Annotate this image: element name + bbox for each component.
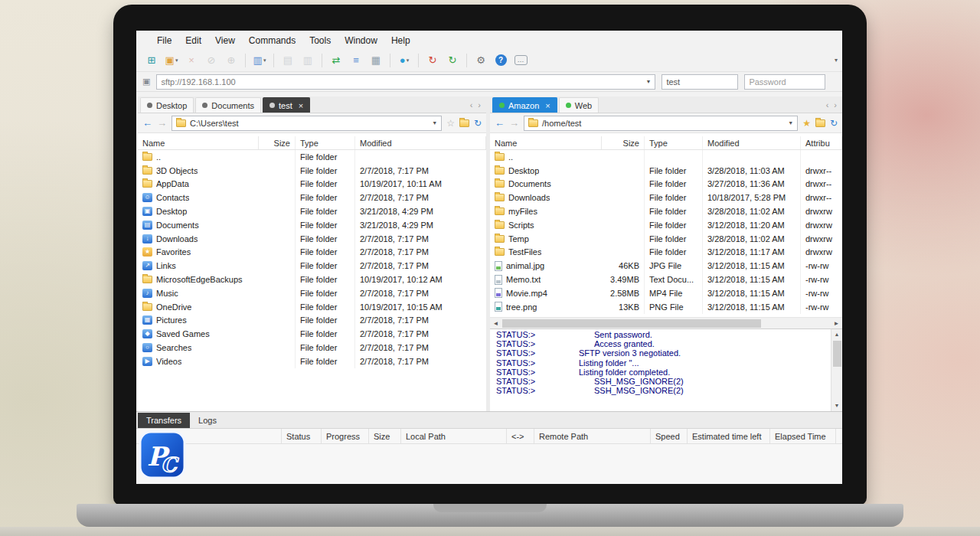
help-button[interactable]: ? bbox=[492, 52, 510, 69]
file-row[interactable]: animal.jpg46KBJPG File3/12/2018, 11:15 A… bbox=[490, 259, 842, 273]
menu-tools[interactable]: Tools bbox=[302, 34, 338, 47]
back-icon[interactable]: ← bbox=[495, 118, 505, 128]
parent-folder-icon[interactable] bbox=[459, 119, 469, 127]
file-row[interactable]: OneDriveFile folder10/19/2017, 10:15 AM bbox=[138, 300, 486, 314]
scrollbar-thumb[interactable] bbox=[502, 319, 761, 328]
file-row[interactable]: ○SearchesFile folder2/7/2018, 7:17 PM bbox=[138, 341, 486, 355]
file-row[interactable]: tree.png13KBPNG File3/12/2018, 11:15 AM-… bbox=[490, 300, 842, 314]
favorites-star-icon[interactable]: ★ bbox=[802, 119, 811, 128]
column-header-attribu[interactable]: Attribu bbox=[801, 136, 842, 149]
remote-path-combo[interactable]: /home/test ▼ bbox=[524, 116, 798, 131]
scroll-down-icon[interactable]: ▼ bbox=[835, 400, 840, 411]
file-row[interactable]: MicrosoftEdgeBackupsFile folder10/19/201… bbox=[138, 273, 486, 286]
file-row[interactable]: ☺ContactsFile folder2/7/2018, 7:17 PM bbox=[138, 191, 486, 204]
parent-folder-icon[interactable] bbox=[815, 119, 825, 127]
refresh-icon[interactable]: ↻ bbox=[474, 119, 482, 128]
local-path-combo[interactable]: C:\Users\test ▼ bbox=[172, 116, 442, 131]
forward-icon[interactable]: → bbox=[157, 118, 167, 128]
column-header-modified[interactable]: Modified bbox=[355, 136, 486, 149]
file-row[interactable]: Movie.mp42.58MBMP4 File3/12/2018, 11:15 … bbox=[490, 286, 842, 300]
menu-window[interactable]: Window bbox=[338, 34, 384, 47]
column-header-size[interactable]: Size bbox=[259, 136, 296, 149]
menu-help[interactable]: Help bbox=[384, 34, 417, 47]
tab-scroll-left-icon[interactable]: ‹ bbox=[470, 100, 473, 109]
open-connection-button[interactable]: ▣ bbox=[162, 52, 181, 69]
tab-scroll-right-icon[interactable]: › bbox=[478, 100, 481, 109]
favorites-star-icon[interactable]: ☆ bbox=[446, 119, 455, 128]
dropdown-caret-icon[interactable]: ▼ bbox=[788, 120, 793, 126]
disconnect-button[interactable]: × bbox=[182, 52, 201, 69]
sync-green-button[interactable]: ↻ bbox=[443, 52, 462, 69]
file-row[interactable]: TestFilesFile folder3/12/2018, 11:17 AMd… bbox=[490, 246, 842, 260]
close-tab-icon[interactable]: × bbox=[545, 101, 550, 110]
column-header-type[interactable]: Type bbox=[645, 136, 703, 149]
column-header-type[interactable]: Type bbox=[296, 136, 355, 149]
tab-transfers[interactable]: Transfers bbox=[138, 413, 190, 428]
tab-logs[interactable]: Logs bbox=[190, 413, 225, 428]
tab-web[interactable]: Web bbox=[559, 97, 599, 113]
clipboard-button[interactable]: ▦ bbox=[367, 52, 385, 69]
username-input[interactable] bbox=[662, 74, 738, 90]
password-input[interactable] bbox=[744, 74, 825, 90]
scroll-left-icon[interactable]: ◄ bbox=[490, 320, 501, 327]
sync-red-button[interactable]: ↻ bbox=[423, 52, 442, 69]
column-header-modified[interactable]: Modified bbox=[703, 136, 801, 149]
file-row[interactable]: ↓DownloadsFile folder2/7/2018, 7:17 PM bbox=[138, 232, 486, 246]
menu-view[interactable]: View bbox=[208, 34, 242, 47]
remote-browser-button[interactable]: ▥ bbox=[250, 52, 269, 69]
web-globe-button[interactable]: ● bbox=[395, 52, 413, 69]
feedback-button[interactable]: … bbox=[511, 52, 530, 69]
menu-edit[interactable]: Edit bbox=[178, 34, 208, 47]
file-row[interactable]: ↗LinksFile folder2/7/2018, 7:17 PM bbox=[138, 259, 486, 273]
menu-commands[interactable]: Commands bbox=[242, 34, 302, 47]
transfer-button[interactable]: ⇄ bbox=[327, 52, 345, 69]
tab-test[interactable]: test× bbox=[263, 97, 310, 113]
file-row[interactable]: TempFile folder3/28/2018, 11:02 AMdrwxrw bbox=[490, 232, 842, 246]
file-row[interactable]: ..File folder bbox=[138, 150, 486, 164]
scrollbar-thumb[interactable] bbox=[833, 341, 841, 367]
file-row[interactable]: DesktopFile folder3/28/2018, 11:03 AMdrw… bbox=[490, 164, 842, 178]
refresh-icon[interactable]: ↻ bbox=[830, 119, 838, 128]
forward-icon[interactable]: → bbox=[509, 118, 519, 128]
file-row[interactable]: Memo.txt3.49MBText Docu...3/12/2018, 11:… bbox=[490, 273, 842, 286]
settings-gear-button[interactable]: ⚙ bbox=[472, 52, 490, 69]
new-session-button[interactable]: ⊞ bbox=[142, 52, 161, 69]
column-header-name[interactable]: Name bbox=[138, 136, 259, 149]
file-row[interactable]: ♪MusicFile folder2/7/2018, 7:17 PM bbox=[138, 286, 486, 300]
paste-button[interactable]: ▥ bbox=[299, 52, 317, 69]
file-row[interactable]: DocumentsFile folder3/27/2018, 11:36 AMd… bbox=[490, 178, 842, 191]
file-row[interactable]: ▤DocumentsFile folder3/21/2018, 4:29 PM bbox=[138, 218, 486, 232]
tab-amazon[interactable]: Amazon× bbox=[492, 97, 557, 113]
menu-file[interactable]: File bbox=[150, 34, 178, 47]
tab-desktop[interactable]: Desktop bbox=[140, 97, 194, 113]
file-row[interactable]: ▦PicturesFile folder2/7/2018, 7:17 PM bbox=[138, 314, 486, 328]
file-row[interactable]: .. bbox=[490, 150, 842, 164]
file-row[interactable]: 3D ObjectsFile folder2/7/2018, 7:17 PM bbox=[138, 164, 486, 178]
file-row[interactable]: AppDataFile folder10/19/2017, 10:11 AM bbox=[138, 178, 486, 191]
tab-scroll-right-icon[interactable]: › bbox=[834, 100, 837, 109]
abort-button[interactable]: ⊘ bbox=[202, 52, 220, 69]
host-address-combo[interactable]: sftp://192.168.1.100 ▼ bbox=[156, 74, 655, 90]
tab-documents[interactable]: Documents bbox=[195, 97, 261, 113]
file-row[interactable]: ◆Saved GamesFile folder2/7/2018, 7:17 PM bbox=[138, 327, 486, 341]
scroll-right-icon[interactable]: ► bbox=[831, 320, 842, 327]
file-row[interactable]: DownloadsFile folder10/18/2017, 5:28 PMd… bbox=[490, 191, 842, 204]
close-tab-icon[interactable]: × bbox=[299, 101, 303, 110]
column-header-name[interactable]: Name bbox=[490, 136, 602, 149]
horizontal-scrollbar[interactable]: ◄ ► bbox=[490, 317, 842, 328]
tab-scroll-left-icon[interactable]: ‹ bbox=[826, 100, 829, 109]
dropdown-caret-icon[interactable]: ▼ bbox=[645, 79, 651, 84]
back-icon[interactable]: ← bbox=[142, 118, 152, 128]
column-header-size[interactable]: Size bbox=[602, 136, 645, 149]
file-row[interactable]: myFilesFile folder3/28/2018, 11:02 AMdrw… bbox=[490, 204, 842, 218]
copy-button[interactable]: ▤ bbox=[279, 52, 297, 69]
file-row[interactable]: ★FavoritesFile folder2/7/2018, 7:17 PM bbox=[138, 246, 486, 260]
vertical-scrollbar[interactable]: ▲ ▼ bbox=[831, 328, 842, 411]
dropdown-caret-icon[interactable]: ▼ bbox=[432, 120, 437, 126]
file-row[interactable]: ▶VideosFile folder2/7/2018, 7:17 PM bbox=[138, 355, 486, 368]
queue-button[interactable]: ≡ bbox=[347, 52, 365, 69]
file-row[interactable]: ▣DesktopFile folder3/21/2018, 4:29 PM bbox=[138, 204, 486, 218]
scroll-up-icon[interactable]: ▲ bbox=[835, 329, 840, 340]
file-row[interactable]: ScriptsFile folder3/12/2018, 11:20 AMdrw… bbox=[490, 218, 842, 232]
toolbar-overflow-icon[interactable]: ▾ bbox=[835, 57, 838, 64]
